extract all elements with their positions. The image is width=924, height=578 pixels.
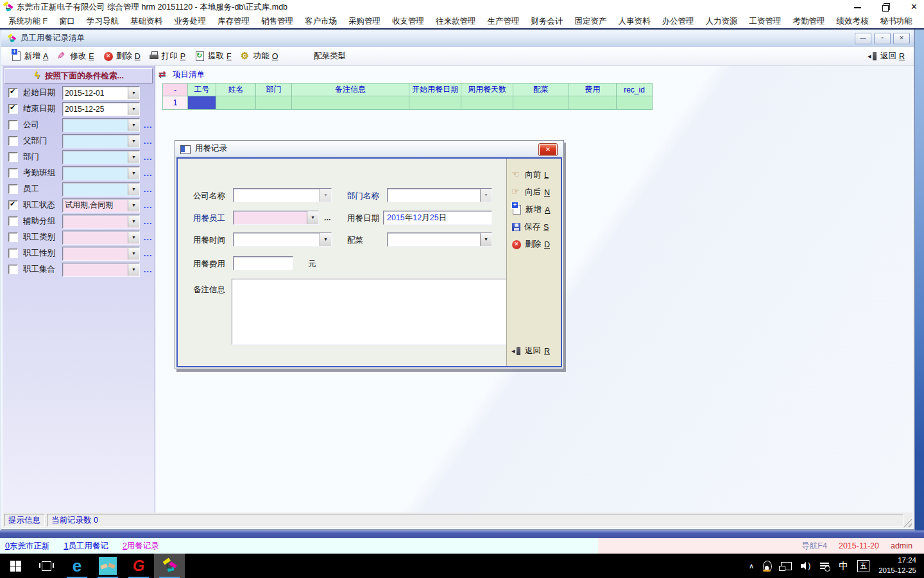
more-link[interactable]: ... (144, 153, 152, 162)
more-link[interactable]: ... (144, 201, 152, 210)
chevron-down-icon[interactable]: ▼ (128, 168, 139, 179)
checkbox[interactable] (8, 88, 18, 98)
column-header[interactable]: 配菜 (513, 83, 569, 96)
menu-item[interactable]: 人事资料 (613, 14, 656, 28)
chevron-down-icon[interactable]: ▼ (128, 184, 139, 195)
chevron-down-icon[interactable]: ▼ (128, 232, 139, 243)
side-dish-combo[interactable]: ▼ (387, 232, 492, 247)
search-header[interactable]: 按照下面的条件检索... (4, 68, 153, 83)
chevron-down-icon[interactable]: ▼ (128, 152, 139, 163)
hrm-app-icon[interactable] (154, 554, 185, 578)
window-list-item[interactable]: 0东莞市正新 (5, 541, 49, 552)
clock[interactable]: 17:24 2015-12-25 (878, 556, 916, 575)
menu-item[interactable]: 工资管理 (744, 14, 787, 28)
menu-item[interactable]: 销售管理 (255, 14, 299, 28)
checkbox[interactable] (8, 232, 18, 242)
dept-combo[interactable]: ▼ (387, 188, 492, 202)
chevron-down-icon[interactable]: ▼ (480, 233, 492, 246)
toolbar-button[interactable]: 打印P (145, 49, 190, 63)
menu-item[interactable]: 秘书功能 (875, 14, 918, 28)
menu-item[interactable]: 办公管理 (656, 14, 700, 28)
chevron-down-icon[interactable]: ▼ (320, 233, 331, 246)
search-combo[interactable]: ▼ (62, 182, 140, 197)
table-cell[interactable] (513, 96, 569, 110)
edge-browser-icon[interactable]: e (62, 554, 92, 578)
child-close-button[interactable]: ✕ (893, 33, 910, 44)
menu-item[interactable]: 基础资料 (124, 14, 168, 28)
menu-item[interactable]: 财务会计 (526, 14, 569, 28)
toolbar-button[interactable]: 功能O (236, 49, 283, 63)
dialog-action-button[interactable]: 新增A (507, 201, 561, 218)
window-list-item[interactable]: 2用餐记录 (123, 541, 159, 552)
column-header[interactable]: - (162, 83, 188, 96)
table-cell[interactable]: 1 (162, 96, 188, 110)
search-combo[interactable]: ▼ (62, 263, 140, 277)
table-cell[interactable] (461, 96, 513, 110)
chevron-down-icon[interactable]: ▼ (128, 87, 139, 99)
checkbox[interactable] (8, 120, 18, 130)
search-combo[interactable]: ▼ (62, 150, 140, 164)
chevron-down-icon[interactable]: ▼ (128, 264, 139, 276)
column-header[interactable]: 部门 (256, 83, 292, 96)
table-cell[interactable] (292, 96, 409, 110)
column-header[interactable]: 工号 (188, 83, 216, 96)
search-combo[interactable]: ▼ (62, 134, 140, 148)
table-cell[interactable] (256, 96, 292, 110)
menu-item[interactable]: 客户市场 (299, 14, 343, 28)
more-link[interactable]: ... (144, 185, 152, 194)
checkbox[interactable] (8, 104, 18, 114)
menu-item[interactable]: 往来款管理 (430, 14, 482, 28)
checkbox[interactable] (8, 136, 18, 146)
menu-item[interactable]: 学习导航 (81, 14, 124, 28)
menu-item[interactable]: 配置管理 (918, 14, 924, 28)
more-link[interactable]: ... (144, 137, 152, 146)
dialog-close-button[interactable]: ✕ (539, 144, 557, 155)
menu-item[interactable]: 采购管理 (343, 14, 386, 28)
chevron-down-icon[interactable]: ▼ (128, 248, 139, 259)
checkbox[interactable] (8, 200, 18, 210)
meal-date-field[interactable]: 2015 年 12 月 25 日 (383, 211, 492, 225)
search-combo[interactable]: 2015-12-01 ▼ (62, 86, 140, 100)
chevron-down-icon[interactable]: ▼ (128, 103, 139, 115)
chevron-down-icon[interactable]: ▼ (128, 119, 139, 131)
chevron-down-icon[interactable]: ▼ (307, 211, 318, 224)
menu-item[interactable]: 收支管理 (386, 14, 430, 28)
language-indicator[interactable]: 中 (839, 560, 848, 572)
dialog-action-button[interactable]: 向后N (507, 184, 561, 201)
menu-item[interactable]: 考勤管理 (787, 14, 831, 28)
company-combo[interactable]: ▼ (233, 188, 332, 202)
chevron-down-icon[interactable]: ▼ (128, 136, 139, 147)
toolbar-button[interactable]: 删除D (99, 49, 145, 63)
table-cell[interactable] (409, 96, 461, 110)
more-link[interactable]: ... (144, 169, 152, 178)
toolbar-button[interactable]: 修改E (53, 49, 98, 63)
checkbox[interactable] (8, 216, 18, 226)
checkbox[interactable] (8, 152, 18, 162)
column-header[interactable]: 周用餐天数 (461, 83, 513, 96)
more-link[interactable]: ... (144, 249, 152, 258)
column-header[interactable]: 费用 (569, 83, 617, 96)
volume-icon[interactable]: ) (801, 561, 811, 570)
column-header[interactable]: 备注信息 (292, 83, 409, 96)
network-icon[interactable] (781, 562, 792, 570)
employee-more-link[interactable]: ... (324, 213, 330, 222)
close-button[interactable] (910, 3, 919, 12)
search-combo[interactable]: 试用期,合同期 ▼ (62, 198, 140, 213)
meal-time-combo[interactable]: ▼ (233, 232, 332, 247)
dialog-action-button[interactable]: 保存S (507, 218, 561, 236)
task-view-button[interactable] (31, 554, 62, 578)
child-restore-button[interactable]: ▫ (874, 33, 891, 44)
table-cell[interactable] (216, 96, 256, 110)
more-link[interactable]: ... (144, 233, 152, 242)
search-combo[interactable]: ▼ (62, 118, 140, 132)
more-link[interactable]: ... (144, 121, 152, 130)
checkbox[interactable] (8, 184, 18, 194)
dialog-return-button[interactable]: 返回R (507, 342, 561, 360)
tray-expand-icon[interactable]: ∧ (749, 562, 754, 570)
search-combo[interactable]: ▼ (62, 166, 140, 180)
employee-combo[interactable]: ▼ (233, 211, 319, 225)
column-header[interactable]: 开始用餐日期 (409, 83, 461, 96)
toolbar-button[interactable]: 提取F (190, 49, 236, 63)
menu-item[interactable]: 系统功能 F (3, 14, 53, 28)
search-combo[interactable]: ▼ (62, 231, 140, 245)
